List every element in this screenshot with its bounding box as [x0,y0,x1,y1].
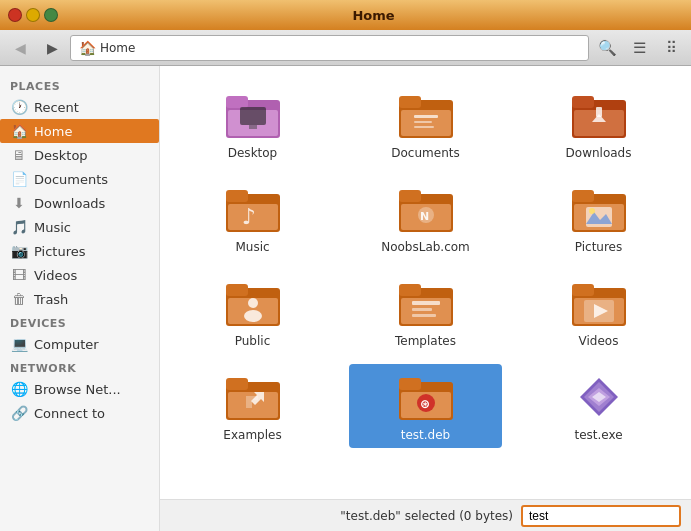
window-title: Home [64,8,683,23]
sidebar-item-downloads[interactable]: ⬇ Downloads [0,191,159,215]
svg-text:⊛: ⊛ [420,397,430,411]
folder-desktop-icon [226,88,280,142]
sidebar-item-documents[interactable]: 📄 Documents [0,167,159,191]
list-view-button[interactable]: ☰ [625,35,653,61]
svg-rect-3 [240,107,266,125]
file-item-videos[interactable]: Videos [522,270,675,354]
network-section-label: Network [0,356,159,377]
file-item-test-deb[interactable]: ⊛ test.deb [349,364,502,448]
file-item-documents[interactable]: Documents [349,82,502,166]
file-label-pictures: Pictures [575,240,623,254]
file-item-public[interactable]: Public [176,270,329,354]
file-label-documents: Documents [391,146,459,160]
folder-public-icon [226,276,280,330]
window-controls [8,8,58,22]
folder-downloads-icon [572,88,626,142]
svg-point-34 [248,298,258,308]
file-item-noobslab[interactable]: N NoobsLab.com [349,176,502,260]
computer-icon: 💻 [10,336,28,352]
file-label-desktop: Desktop [228,146,278,160]
sidebar-item-connect-to[interactable]: 🔗 Connect to [0,401,159,425]
svg-rect-32 [226,284,248,296]
svg-text:♪: ♪ [242,204,256,229]
music-icon: 🎵 [10,219,28,235]
svg-rect-26 [572,190,594,202]
home-icon: 🏠 [79,40,96,56]
minimize-button[interactable] [26,8,40,22]
home-icon: 🏠 [10,123,28,139]
svg-rect-43 [572,284,594,296]
svg-rect-49 [228,392,278,418]
svg-text:N: N [420,210,429,223]
file-label-noobslab: NoobsLab.com [381,240,470,254]
svg-rect-15 [596,107,602,117]
file-content: Desktop Documents [160,66,691,531]
file-item-pictures[interactable]: Pictures [522,176,675,260]
sidebar-item-music[interactable]: 🎵 Music [0,215,159,239]
sidebar-item-desktop[interactable]: 🖥 Desktop [0,143,159,167]
clock-icon: 🕐 [10,99,28,115]
svg-rect-10 [414,126,434,128]
breadcrumb[interactable]: 🏠 Home [70,35,589,61]
maximize-button[interactable] [44,8,58,22]
svg-rect-8 [414,115,438,118]
file-item-templates[interactable]: Templates [349,270,502,354]
svg-point-35 [244,310,262,322]
search-input[interactable] [521,505,681,527]
file-label-examples: Examples [223,428,281,442]
file-label-public: Public [235,334,271,348]
sidebar-item-trash[interactable]: 🗑 Trash [0,287,159,311]
svg-rect-17 [226,190,248,202]
sidebar-item-home[interactable]: 🏠 Home [0,119,159,143]
sidebar-item-computer[interactable]: 💻 Computer [0,332,159,356]
sidebar: Places 🕐 Recent 🏠 Home 🖥 Desktop 📄 Docum… [0,66,160,531]
file-grid: Desktop Documents [176,82,675,448]
file-label-templates: Templates [395,334,456,348]
svg-point-30 [589,208,595,214]
forward-button[interactable]: ▶ [38,35,66,61]
sidebar-label-computer: Computer [34,337,99,352]
svg-rect-4 [249,125,257,129]
svg-rect-21 [399,190,421,202]
folder-music-icon: ♪ [226,182,280,236]
svg-rect-12 [572,96,594,108]
file-item-downloads[interactable]: Downloads [522,82,675,166]
file-label-test-deb: test.deb [401,428,450,442]
back-button[interactable]: ◀ [6,35,34,61]
sidebar-label-trash: Trash [34,292,68,307]
sidebar-item-recent[interactable]: 🕐 Recent [0,95,159,119]
file-label-music: Music [235,240,269,254]
folder-documents-icon [399,88,453,142]
close-button[interactable] [8,8,22,22]
sidebar-item-videos[interactable]: 🎞 Videos [0,263,159,287]
places-section-label: Places [0,74,159,95]
folder-noobslab-icon: N [399,182,453,236]
file-label-downloads: Downloads [566,146,632,160]
svg-rect-40 [412,308,432,311]
sidebar-item-pictures[interactable]: 📷 Pictures [0,239,159,263]
file-item-desktop[interactable]: Desktop [176,82,329,166]
file-item-music[interactable]: ♪ Music [176,176,329,260]
svg-rect-9 [414,121,432,123]
deb-icon: ⊛ [399,370,453,424]
grid-view-button[interactable]: ⠿ [657,35,685,61]
svg-rect-48 [226,378,248,390]
file-item-examples[interactable]: Examples [176,364,329,448]
file-item-test-exe[interactable]: test.exe [522,364,675,448]
sidebar-label-desktop: Desktop [34,148,88,163]
breadcrumb-home-label: Home [100,41,135,55]
file-label-videos: Videos [579,334,619,348]
search-button[interactable]: 🔍 [593,35,621,61]
sidebar-label-browse-network: Browse Net... [34,382,121,397]
svg-rect-53 [399,378,421,390]
sidebar-item-browse-network[interactable]: 🌐 Browse Net... [0,377,159,401]
sidebar-label-documents: Documents [34,172,108,187]
documents-icon: 📄 [10,171,28,187]
svg-rect-41 [412,314,436,317]
svg-rect-39 [412,301,440,305]
toolbar: ◀ ▶ 🏠 Home 🔍 ☰ ⠿ [0,30,691,66]
sidebar-label-downloads: Downloads [34,196,105,211]
devices-section-label: Devices [0,311,159,332]
sidebar-label-videos: Videos [34,268,77,283]
pictures-icon: 📷 [10,243,28,259]
